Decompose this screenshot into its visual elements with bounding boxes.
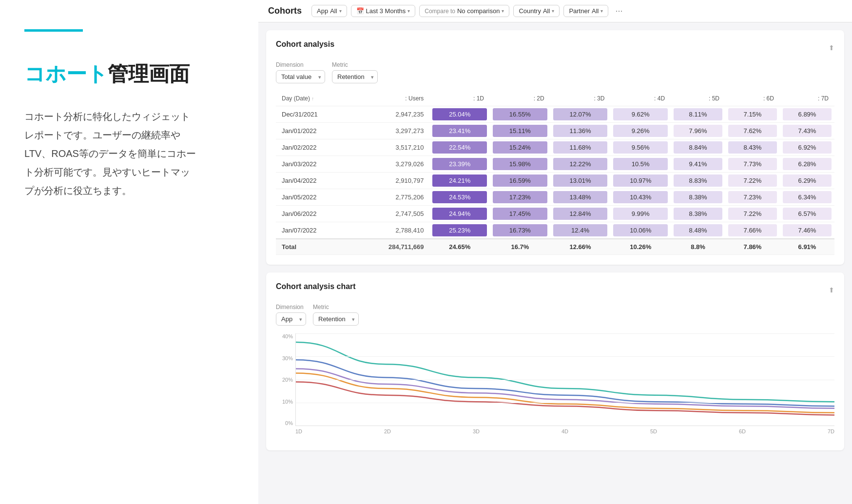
export-icon[interactable]: ⬆ — [829, 44, 834, 52]
app-label: App — [317, 7, 328, 15]
metric-select-wrap[interactable]: Retention — [332, 70, 378, 83]
heatmap-cell: 8.48% — [674, 224, 722, 236]
grid-line-40 — [296, 333, 834, 334]
heatmap-cell: 13.48% — [553, 191, 608, 203]
heatmap-cell: 7.22% — [728, 208, 777, 220]
dimension-label: Dimension — [276, 61, 325, 68]
heatmap-cell: 9.62% — [613, 108, 668, 120]
heatmap-cell: 16.55% — [493, 108, 547, 120]
main-title: コホート管理画面 — [24, 61, 234, 88]
x-label-4d: 4D — [562, 428, 568, 441]
date-filter-btn[interactable]: 📅 Last 3 Months ▾ — [351, 5, 416, 17]
col-6d: : 6D — [725, 91, 780, 106]
heatmap-cell: 13.01% — [553, 174, 608, 187]
table-row: Jan/07/20222,788,41025.23%16.73%12.4%10.… — [276, 222, 834, 239]
sort-icon: ↑ — [311, 96, 314, 101]
chart-dimension-select[interactable]: App — [276, 312, 306, 326]
table-header-row: Day (Date) ↑ : Users : 1D : 2D : 3D : 4D… — [276, 91, 834, 106]
col-5d: : 5D — [671, 91, 725, 106]
x-axis: 1D 2D 3D 4D 5D 6D 7D — [295, 428, 834, 441]
cohorts-title: Cohorts — [268, 6, 302, 16]
heatmap-cell: 7.43% — [783, 125, 832, 137]
heatmap-cell: 9.26% — [613, 125, 668, 137]
accent-bar — [24, 29, 83, 32]
chart-dimension-group: Dimension App — [276, 304, 306, 326]
country-value: All — [543, 7, 550, 15]
col-3d: : 3D — [550, 91, 611, 106]
partner-value: All — [592, 7, 599, 15]
cohort-table: Day (Date) ↑ : Users : 1D : 2D : 3D : 4D… — [276, 91, 834, 255]
y-label-20: 20% — [282, 377, 293, 383]
chart-card-header: Cohort analysis chart ⬆ — [276, 282, 834, 298]
country-label: Country — [519, 7, 541, 15]
y-label-0: 0% — [285, 420, 293, 426]
app-value: All — [330, 7, 337, 15]
cohort-chart-card: Cohort analysis chart ⬆ Dimension App Me… — [266, 272, 844, 450]
partner-filter-btn[interactable]: Partner All ▾ — [563, 5, 608, 17]
heatmap-cell: 7.23% — [728, 191, 777, 203]
metric-label: Metric — [332, 61, 378, 68]
total-row: Total284,711,66924.65%16.7%12.66%10.26%8… — [276, 239, 834, 255]
heatmap-cell: 17.23% — [493, 191, 547, 203]
cohort-analysis-title: Cohort analysis — [276, 40, 334, 49]
heatmap-cell: 6.57% — [783, 208, 832, 220]
grid-line-30 — [296, 356, 834, 357]
table-row: Jan/05/20222,775,20624.53%17.23%13.48%10… — [276, 189, 834, 206]
x-label-3d: 3D — [473, 428, 480, 441]
heatmap-cell: 24.21% — [432, 174, 487, 187]
heatmap-cell: 12.22% — [553, 158, 608, 170]
heatmap-cell: 8.83% — [674, 174, 722, 187]
table-row: Jan/03/20223,279,02623.39%15.98%12.22%10… — [276, 156, 834, 173]
total-heatmap-cell: 16.7% — [496, 243, 544, 251]
filter-bar: App All ▾ 📅 Last 3 Months ▾ Compare to N… — [311, 5, 625, 17]
cohorts-header: Cohorts App All ▾ 📅 Last 3 Months ▾ Comp… — [258, 0, 852, 22]
card-header-row: Cohort analysis ⬆ — [276, 40, 834, 56]
app-filter-btn[interactable]: App All ▾ — [311, 5, 347, 17]
country-filter-btn[interactable]: Country All ▾ — [513, 5, 560, 17]
compare-value: No comparison — [457, 7, 500, 15]
y-label-10: 10% — [282, 399, 293, 405]
compare-filter-btn[interactable]: Compare to No comparison ▾ — [419, 5, 509, 17]
heatmap-cell: 23.41% — [432, 125, 487, 137]
x-label-6d: 6D — [739, 428, 746, 441]
metric-group: Metric Retention — [332, 61, 378, 83]
chart-metric-label: Metric — [313, 304, 359, 310]
heatmap-cell: 10.5% — [613, 158, 668, 170]
partner-label: Partner — [569, 7, 590, 15]
title-highlight: コホート — [24, 62, 108, 85]
heatmap-cell: 23.39% — [432, 158, 487, 170]
app-chevron-icon: ▾ — [339, 8, 342, 14]
dimension-select[interactable]: Total value — [276, 70, 325, 83]
total-heatmap-cell: 12.66% — [556, 243, 605, 251]
heatmap-cell: 7.96% — [674, 125, 722, 137]
chart-container: 40% 30% 20% 10% 0% 1D 2D 3D 4D 5D 6D 7D — [276, 333, 834, 441]
metric-select[interactable]: Retention — [332, 70, 378, 83]
col-date: Day (Date) ↑ — [276, 91, 353, 106]
total-heatmap-cell: 8.8% — [677, 243, 719, 251]
left-panel: コホート管理画面 コホート分析に特化したウィジェット レポートです。ユーザーの継… — [0, 0, 258, 504]
col-2d: : 2D — [490, 91, 550, 106]
y-label-40: 40% — [282, 333, 293, 339]
chart-metric-select[interactable]: Retention — [313, 312, 359, 326]
heatmap-cell: 6.89% — [783, 108, 832, 120]
dimension-select-wrap[interactable]: Total value — [276, 70, 325, 83]
heatmap-cell: 6.28% — [783, 158, 832, 170]
col-7d: : 7D — [780, 91, 834, 106]
x-label-5d: 5D — [650, 428, 657, 441]
total-heatmap-cell: 6.91% — [786, 243, 829, 251]
chart-metric-group: Metric Retention — [313, 304, 359, 326]
table-row: Jan/04/20222,910,79724.21%16.59%13.01%10… — [276, 173, 834, 189]
cohort-analysis-card: Cohort analysis ⬆ Dimension Total value … — [266, 30, 844, 265]
heatmap-cell: 25.23% — [432, 224, 487, 236]
heatmap-cell: 7.22% — [728, 174, 777, 187]
grid-line-10 — [296, 403, 834, 403]
chart-metric-select-wrap[interactable]: Retention — [313, 312, 359, 326]
chart-dimension-select-wrap[interactable]: App — [276, 312, 306, 326]
total-heatmap-cell: 7.86% — [731, 243, 774, 251]
cohort-chart-title: Cohort analysis chart — [276, 282, 356, 291]
chart-export-icon[interactable]: ⬆ — [829, 286, 834, 294]
country-chevron-icon: ▾ — [552, 8, 554, 14]
heatmap-cell: 9.56% — [613, 141, 668, 154]
heatmap-cell: 22.54% — [432, 141, 487, 154]
more-options-btn[interactable]: ··· — [612, 5, 625, 17]
